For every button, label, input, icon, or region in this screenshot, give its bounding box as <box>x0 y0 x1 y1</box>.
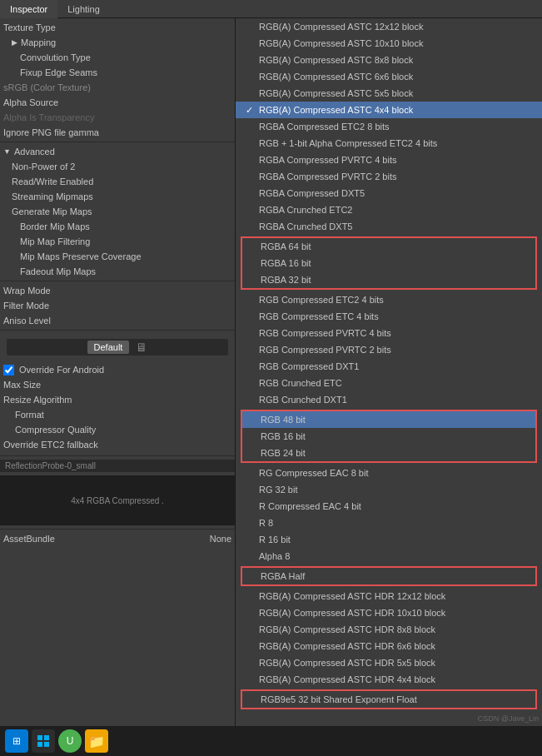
svg-rect-2 <box>37 742 42 747</box>
dropdown-item-28[interactable]: R Compressed EAC 4 bit <box>236 498 542 515</box>
non-power-label: Non-Power of 2 <box>12 162 231 172</box>
dropdown-item-37[interactable]: RGB(A) Compressed ASTC HDR 5x5 block <box>236 654 542 671</box>
dropdown-item-label-13: RGBA 64 bit <box>261 241 311 251</box>
dropdown-item-23[interactable]: RGB 48 bit <box>242 411 535 428</box>
fadeout-mip-row: Fadeout Mip Maps <box>0 264 235 279</box>
dropdown-item-label-6: RGBA Compressed ETC2 8 bits <box>259 122 390 132</box>
tab-lighting[interactable]: Lighting <box>57 0 110 18</box>
advanced-header[interactable]: ▼ Advanced <box>0 144 235 159</box>
dropdown-item-27[interactable]: RG 32 bit <box>236 481 542 498</box>
dropdown-item-36[interactable]: RGB(A) Compressed ASTC HDR 6x6 block <box>236 638 542 654</box>
dropdown-item-11[interactable]: RGBA Crunched ETC2 <box>236 201 542 218</box>
format-label: Format <box>3 410 231 420</box>
convolution-type-label: Convolution Type <box>20 52 231 62</box>
convolution-type-row: Convolution Type <box>0 50 235 65</box>
dropdown-item-label-18: RGB Compressed PVRTC 4 bits <box>259 328 391 338</box>
dropdown-item-18[interactable]: RGB Compressed PVRTC 4 bits <box>236 325 542 341</box>
dropdown-item-label-35: RGB(A) Compressed ASTC HDR 8x8 block <box>259 624 435 634</box>
override-android-label: Override For Android <box>19 365 231 375</box>
filter-mode-row: Filter Mode <box>0 298 235 313</box>
taskbar-icon-1[interactable] <box>32 729 55 753</box>
mip-preserve-label: Mip Maps Preserve Coverage <box>20 251 231 261</box>
override-android-checkbox[interactable] <box>3 365 14 376</box>
dropdown-item-19[interactable]: RGB Compressed PVRTC 2 bits <box>236 341 542 358</box>
dropdown-item-label-27: RG 32 bit <box>259 485 297 495</box>
tab-inspector[interactable]: Inspector <box>0 0 57 18</box>
red-box-group-13: RGBA 64 bitRGBA 16 bitRGBA 32 bit <box>241 236 537 290</box>
dropdown-item-label-36: RGB(A) Compressed ASTC HDR 6x6 block <box>259 641 435 651</box>
read-write-row: Read/Write Enabled <box>0 174 235 189</box>
fixup-edge-row: Fixup Edge Seams <box>0 65 235 80</box>
dropdown-item-25[interactable]: RGB 24 bit <box>242 445 535 461</box>
dropdown-item-26[interactable]: RG Compressed EAC 8 bit <box>236 465 542 481</box>
dropdown-item-5[interactable]: ✓RGB(A) Compressed ASTC 4x4 block <box>236 102 542 118</box>
fixup-edge-label: Fixup Edge Seams <box>20 67 231 77</box>
dropdown-item-label-9: RGBA Compressed PVRTC 2 bits <box>259 172 396 182</box>
dropdown-item-10[interactable]: RGBA Compressed DXT5 <box>236 185 542 201</box>
svg-rect-3 <box>44 742 49 747</box>
dropdown-item-label-24: RGB 16 bit <box>261 431 306 441</box>
dropdown-item-9[interactable]: RGBA Compressed PVRTC 2 bits <box>236 168 542 185</box>
compressor-quality-label: Compressor Quality <box>3 425 231 435</box>
dropdown-item-20[interactable]: RGB Compressed DXT1 <box>236 358 542 375</box>
dropdown-item-22[interactable]: RGB Crunched DXT1 <box>236 391 542 408</box>
streaming-mipmaps-label: Streaming Mipmaps <box>12 191 231 201</box>
dropdown-item-35[interactable]: RGB(A) Compressed ASTC HDR 8x8 block <box>236 621 542 638</box>
dropdown-item-14[interactable]: RGBA 16 bit <box>242 255 535 271</box>
dropdown-item-6[interactable]: RGBA Compressed ETC2 8 bits <box>236 118 542 135</box>
dropdown-item-30[interactable]: R 16 bit <box>236 531 542 548</box>
dropdown-item-39[interactable]: RGB9e5 32 bit Shared Exponent Float <box>242 691 535 708</box>
dropdown-item-33[interactable]: RGB(A) Compressed ASTC HDR 12x12 block <box>236 588 542 604</box>
dropdown-item-label-31: Alpha 8 <box>259 551 290 561</box>
dropdown-item-16[interactable]: RGB Compressed ETC2 4 bits <box>236 291 542 308</box>
asset-bundle-value: None <box>210 534 231 544</box>
taskbar: ⊞ U 📁 <box>0 726 542 756</box>
mip-preserve-row: Mip Maps Preserve Coverage <box>0 249 235 264</box>
dropdown-item-label-14: RGBA 16 bit <box>261 258 311 268</box>
ignore-png-label: Ignore PNG file gamma <box>3 127 231 137</box>
dropdown-item-38[interactable]: RGB(A) Compressed ASTC HDR 4x4 block <box>236 671 542 688</box>
dropdown-item-29[interactable]: R 8 <box>236 515 542 531</box>
dropdown-item-label-38: RGB(A) Compressed ASTC HDR 4x4 block <box>259 674 435 684</box>
dropdown-item-32[interactable]: RGBA Half <box>242 568 535 584</box>
override-android-row: Override For Android <box>0 362 235 377</box>
dropdown-item-2[interactable]: RGB(A) Compressed ASTC 8x8 block <box>236 52 542 68</box>
dropdown-item-24[interactable]: RGB 16 bit <box>242 428 535 445</box>
dropdown-item-label-30: R 16 bit <box>259 535 291 545</box>
alpha-source-row: Alpha Source <box>0 95 235 110</box>
mapping-label: Mapping <box>21 37 56 47</box>
default-tab[interactable]: Default <box>87 341 130 354</box>
svg-rect-0 <box>37 735 42 740</box>
mapping-header[interactable]: ▶ Mapping <box>0 35 235 50</box>
dropdown-item-34[interactable]: RGB(A) Compressed ASTC HDR 10x10 block <box>236 604 542 621</box>
inspector-panel: Texture Type ▶ Mapping Convolution Type … <box>0 18 236 726</box>
alpha-transparency-row: Alpha Is Transparency <box>0 110 235 125</box>
max-size-label: Max Size <box>3 380 231 390</box>
dropdown-item-1[interactable]: RGB(A) Compressed ASTC 10x10 block <box>236 35 542 52</box>
start-button[interactable]: ⊞ <box>5 729 28 753</box>
dropdown-item-label-12: RGBA Crunched DXT5 <box>259 221 353 231</box>
dropdown-item-0[interactable]: RGB(A) Compressed ASTC 12x12 block <box>236 18 542 35</box>
dropdown-item-13[interactable]: RGBA 64 bit <box>242 238 535 255</box>
dropdown-item-3[interactable]: RGB(A) Compressed ASTC 6x6 block <box>236 68 542 85</box>
platform-tabs: Default 🖥 <box>7 339 228 356</box>
dropdown-item-8[interactable]: RGBA Compressed PVRTC 4 bits <box>236 152 542 168</box>
dropdown-item-12[interactable]: RGBA Crunched DXT5 <box>236 218 542 235</box>
taskbar-icon-2[interactable]: U <box>58 729 82 753</box>
max-size-row: Max Size <box>0 377 235 392</box>
top-tabs: Inspector Lighting <box>0 0 542 18</box>
preview-detail: 4x4 RGBA Compressed . <box>71 496 164 505</box>
dropdown-item-21[interactable]: RGB Crunched ETC <box>236 375 542 391</box>
preview-name: ReflectionProbe-0_small <box>5 461 230 470</box>
dropdown-item-4[interactable]: RGB(A) Compressed ASTC 5x5 block <box>236 85 542 102</box>
dropdown-item-7[interactable]: RGB + 1-bit Alpha Compressed ETC2 4 bits <box>236 135 542 152</box>
dropdown-item-label-8: RGBA Compressed PVRTC 4 bits <box>259 155 396 165</box>
texture-shape-label: Texture Type <box>3 22 231 32</box>
mip-filtering-row: Mip Map Filtering <box>0 234 235 249</box>
dropdown-item-31[interactable]: Alpha 8 <box>236 548 542 565</box>
dropdown-item-17[interactable]: RGB Compressed ETC 4 bits <box>236 308 542 325</box>
srgb-label: sRGB (Color Texture) <box>3 82 231 92</box>
dropdown-item-15[interactable]: RGBA 32 bit <box>242 271 535 288</box>
alpha-transparency-label: Alpha Is Transparency <box>3 112 231 122</box>
taskbar-icon-3[interactable]: 📁 <box>85 729 108 753</box>
